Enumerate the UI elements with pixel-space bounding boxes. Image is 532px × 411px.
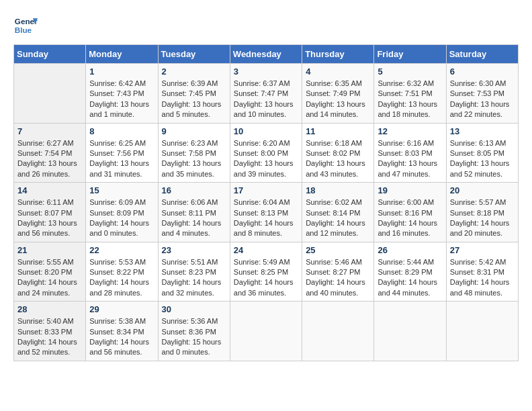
header-cell-monday: Monday xyxy=(86,45,158,64)
calendar-body: 1Sunrise: 6:42 AMSunset: 7:43 PMDaylight… xyxy=(14,64,519,361)
day-info: Sunrise: 5:36 AMSunset: 8:36 PMDaylight:… xyxy=(162,316,226,358)
day-number: 2 xyxy=(162,66,226,77)
header: General Blue xyxy=(13,13,519,38)
day-number: 30 xyxy=(162,304,226,314)
calendar-cell: 21Sunrise: 5:55 AMSunset: 8:20 PMDayligh… xyxy=(14,242,86,302)
day-number: 25 xyxy=(306,245,370,255)
day-number: 20 xyxy=(450,185,515,195)
calendar-cell xyxy=(374,302,446,361)
day-number: 16 xyxy=(162,185,226,195)
day-info: Sunrise: 6:30 AMSunset: 7:53 PMDaylight:… xyxy=(450,79,515,120)
week-row-5: 28Sunrise: 5:40 AMSunset: 8:33 PMDayligh… xyxy=(14,302,519,361)
calendar-cell: 3Sunrise: 6:37 AMSunset: 7:47 PMDaylight… xyxy=(230,64,302,124)
day-info: Sunrise: 6:09 AMSunset: 8:09 PMDaylight:… xyxy=(89,197,154,239)
day-info: Sunrise: 6:27 AMSunset: 7:54 PMDaylight:… xyxy=(17,138,82,180)
day-number: 17 xyxy=(234,185,298,195)
calendar-cell: 23Sunrise: 5:51 AMSunset: 8:23 PMDayligh… xyxy=(158,242,230,302)
calendar-cell: 20Sunrise: 5:57 AMSunset: 8:18 PMDayligh… xyxy=(446,183,518,242)
header-cell-thursday: Thursday xyxy=(302,45,374,64)
calendar-cell: 18Sunrise: 6:02 AMSunset: 8:14 PMDayligh… xyxy=(302,183,374,242)
calendar-cell: 12Sunrise: 6:16 AMSunset: 8:03 PMDayligh… xyxy=(374,123,446,183)
day-number: 24 xyxy=(234,245,298,255)
day-info: Sunrise: 5:40 AMSunset: 8:33 PMDaylight:… xyxy=(17,316,82,358)
day-info: Sunrise: 6:00 AMSunset: 8:16 PMDaylight:… xyxy=(378,197,442,239)
day-info: Sunrise: 5:53 AMSunset: 8:22 PMDaylight:… xyxy=(89,257,154,299)
day-info: Sunrise: 5:51 AMSunset: 8:23 PMDaylight:… xyxy=(162,257,226,299)
day-info: Sunrise: 6:02 AMSunset: 8:14 PMDaylight:… xyxy=(306,197,370,239)
calendar-cell: 26Sunrise: 5:44 AMSunset: 8:29 PMDayligh… xyxy=(374,242,446,302)
day-number: 9 xyxy=(162,126,226,136)
calendar-cell: 30Sunrise: 5:36 AMSunset: 8:36 PMDayligh… xyxy=(158,302,230,361)
day-number: 7 xyxy=(17,126,82,136)
day-number: 15 xyxy=(89,185,154,195)
logo-icon: General Blue xyxy=(13,13,38,38)
calendar-cell: 29Sunrise: 5:38 AMSunset: 8:34 PMDayligh… xyxy=(86,302,158,361)
day-number: 28 xyxy=(17,304,82,314)
calendar-cell: 15Sunrise: 6:09 AMSunset: 8:09 PMDayligh… xyxy=(86,183,158,242)
calendar-table: SundayMondayTuesdayWednesdayThursdayFrid… xyxy=(13,44,519,361)
day-info: Sunrise: 6:04 AMSunset: 8:13 PMDaylight:… xyxy=(234,197,298,239)
day-number: 29 xyxy=(89,304,154,314)
calendar-cell xyxy=(230,302,302,361)
day-number: 12 xyxy=(378,126,442,136)
calendar-cell: 4Sunrise: 6:35 AMSunset: 7:49 PMDaylight… xyxy=(302,64,374,124)
calendar-cell: 14Sunrise: 6:11 AMSunset: 8:07 PMDayligh… xyxy=(14,183,86,242)
calendar-cell: 13Sunrise: 6:13 AMSunset: 8:05 PMDayligh… xyxy=(446,123,518,183)
header-row: SundayMondayTuesdayWednesdayThursdayFrid… xyxy=(14,45,519,64)
day-info: Sunrise: 6:37 AMSunset: 7:47 PMDaylight:… xyxy=(234,79,298,120)
calendar-cell: 11Sunrise: 6:18 AMSunset: 8:02 PMDayligh… xyxy=(302,123,374,183)
day-info: Sunrise: 6:25 AMSunset: 7:56 PMDaylight:… xyxy=(89,138,154,180)
calendar-cell: 6Sunrise: 6:30 AMSunset: 7:53 PMDaylight… xyxy=(446,64,518,124)
day-info: Sunrise: 6:23 AMSunset: 7:58 PMDaylight:… xyxy=(162,138,226,180)
day-info: Sunrise: 5:44 AMSunset: 8:29 PMDaylight:… xyxy=(378,257,442,299)
calendar-cell xyxy=(446,302,518,361)
calendar-cell: 16Sunrise: 6:06 AMSunset: 8:11 PMDayligh… xyxy=(158,183,230,242)
calendar-cell: 9Sunrise: 6:23 AMSunset: 7:58 PMDaylight… xyxy=(158,123,230,183)
day-number: 5 xyxy=(378,66,442,77)
header-cell-saturday: Saturday xyxy=(446,45,518,64)
day-info: Sunrise: 5:38 AMSunset: 8:34 PMDaylight:… xyxy=(89,316,154,358)
day-info: Sunrise: 6:42 AMSunset: 7:43 PMDaylight:… xyxy=(89,79,154,120)
day-number: 13 xyxy=(450,126,515,136)
day-number: 8 xyxy=(89,126,154,136)
header-cell-friday: Friday xyxy=(374,45,446,64)
calendar-cell: 2Sunrise: 6:39 AMSunset: 7:45 PMDaylight… xyxy=(158,64,230,124)
calendar-cell: 1Sunrise: 6:42 AMSunset: 7:43 PMDaylight… xyxy=(86,64,158,124)
day-number: 11 xyxy=(306,126,370,136)
header-cell-tuesday: Tuesday xyxy=(158,45,230,64)
calendar-cell: 22Sunrise: 5:53 AMSunset: 8:22 PMDayligh… xyxy=(86,242,158,302)
calendar-cell xyxy=(14,64,86,124)
calendar-cell: 25Sunrise: 5:46 AMSunset: 8:27 PMDayligh… xyxy=(302,242,374,302)
day-number: 21 xyxy=(17,245,82,255)
calendar-cell: 27Sunrise: 5:42 AMSunset: 8:31 PMDayligh… xyxy=(446,242,518,302)
week-row-1: 1Sunrise: 6:42 AMSunset: 7:43 PMDaylight… xyxy=(14,64,519,124)
logo: General Blue xyxy=(13,13,40,38)
svg-text:Blue: Blue xyxy=(15,26,32,34)
day-info: Sunrise: 6:06 AMSunset: 8:11 PMDaylight:… xyxy=(162,197,226,239)
calendar-cell: 10Sunrise: 6:20 AMSunset: 8:00 PMDayligh… xyxy=(230,123,302,183)
day-info: Sunrise: 6:13 AMSunset: 8:05 PMDaylight:… xyxy=(450,138,515,180)
day-number: 23 xyxy=(162,245,226,255)
day-info: Sunrise: 5:46 AMSunset: 8:27 PMDaylight:… xyxy=(306,257,370,299)
calendar-cell: 8Sunrise: 6:25 AMSunset: 7:56 PMDaylight… xyxy=(86,123,158,183)
calendar-cell: 28Sunrise: 5:40 AMSunset: 8:33 PMDayligh… xyxy=(14,302,86,361)
header-cell-sunday: Sunday xyxy=(14,45,86,64)
day-info: Sunrise: 5:55 AMSunset: 8:20 PMDaylight:… xyxy=(17,257,82,299)
day-info: Sunrise: 6:20 AMSunset: 8:00 PMDaylight:… xyxy=(234,138,298,180)
day-info: Sunrise: 6:35 AMSunset: 7:49 PMDaylight:… xyxy=(306,79,370,120)
day-info: Sunrise: 6:39 AMSunset: 7:45 PMDaylight:… xyxy=(162,79,226,120)
header-cell-wednesday: Wednesday xyxy=(230,45,302,64)
day-number: 26 xyxy=(378,245,442,255)
day-info: Sunrise: 6:16 AMSunset: 8:03 PMDaylight:… xyxy=(378,138,442,180)
day-number: 6 xyxy=(450,66,515,77)
week-row-3: 14Sunrise: 6:11 AMSunset: 8:07 PMDayligh… xyxy=(14,183,519,242)
calendar-cell: 19Sunrise: 6:00 AMSunset: 8:16 PMDayligh… xyxy=(374,183,446,242)
day-number: 1 xyxy=(89,66,154,77)
day-number: 27 xyxy=(450,245,515,255)
week-row-2: 7Sunrise: 6:27 AMSunset: 7:54 PMDaylight… xyxy=(14,123,519,183)
day-info: Sunrise: 5:49 AMSunset: 8:25 PMDaylight:… xyxy=(234,257,298,299)
day-number: 3 xyxy=(234,66,298,77)
calendar-cell: 5Sunrise: 6:32 AMSunset: 7:51 PMDaylight… xyxy=(374,64,446,124)
day-number: 10 xyxy=(234,126,298,136)
day-info: Sunrise: 6:32 AMSunset: 7:51 PMDaylight:… xyxy=(378,79,442,120)
